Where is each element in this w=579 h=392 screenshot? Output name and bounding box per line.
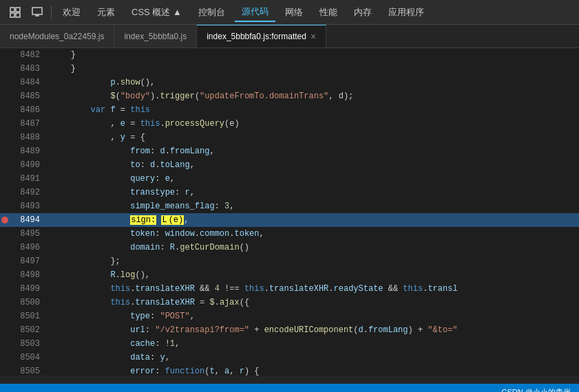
status-bar: CSDN @小小的青崖 bbox=[0, 384, 579, 392]
linenum-8487: 8487 bbox=[12, 117, 48, 131]
gutter-8483 bbox=[0, 62, 12, 76]
code-line-8494: 8494 sign: L(e), bbox=[0, 213, 579, 227]
tab-sources[interactable]: 源代码 bbox=[235, 3, 275, 22]
gutter-8487 bbox=[0, 117, 12, 131]
code-line-8497: 8497 }; bbox=[0, 254, 579, 268]
tab-index-formatted[interactable]: index_5bbbfa0.js:formatted × bbox=[197, 25, 326, 47]
gutter-8484 bbox=[0, 76, 12, 89]
linecontent-8495: token: window.common.token, bbox=[48, 227, 579, 241]
code-line-8500: 8500 this.translateXHR = $.ajax({ bbox=[0, 296, 579, 309]
linecontent-8494: sign: L(e), bbox=[48, 213, 579, 227]
linecontent-8501: type: "POST", bbox=[48, 309, 579, 323]
svg-rect-4 bbox=[32, 8, 42, 14]
linenum-8489: 8489 bbox=[12, 144, 48, 158]
toolbar: 欢迎 元素 CSS 概述 ▲ 控制台 源代码 网络 性能 内存 应用程序 bbox=[0, 0, 579, 25]
linenum-8496: 8496 bbox=[12, 241, 48, 254]
code-line-8488: 8488 , y = { bbox=[0, 131, 579, 144]
linecontent-8498: R.log(), bbox=[48, 268, 579, 282]
linenum-8485: 8485 bbox=[12, 89, 48, 103]
linenum-8503: 8503 bbox=[12, 337, 48, 351]
tab-index-min-label: index_5bbbfa0.js bbox=[124, 32, 187, 41]
gutter-8492 bbox=[0, 186, 12, 199]
tab-application[interactable]: 应用程序 bbox=[381, 3, 431, 22]
linenum-8483: 8483 bbox=[12, 62, 48, 76]
linecontent-8502: url: "/v2transapi?from=" + encodeURIComp… bbox=[48, 323, 579, 337]
svg-rect-3 bbox=[16, 13, 20, 17]
tab-nodemodules[interactable]: nodeModules_0a22459.js bbox=[0, 25, 114, 47]
gutter-8493 bbox=[0, 199, 12, 213]
gutter-8494 bbox=[0, 213, 12, 227]
linecontent-8483: } bbox=[48, 62, 579, 76]
gutter-8489 bbox=[0, 144, 12, 158]
code-line-8502: 8502 url: "/v2transapi?from=" + encodeUR… bbox=[0, 323, 579, 337]
code-line-8501: 8501 type: "POST", bbox=[0, 309, 579, 323]
svg-rect-2 bbox=[10, 13, 14, 17]
linecontent-8491: query: e, bbox=[48, 172, 579, 186]
code-line-8498: 8498 R.log(), bbox=[0, 268, 579, 282]
linecontent-8487: , e = this.processQuery(e) bbox=[48, 117, 579, 131]
code-line-8499: 8499 this.translateXHR && 4 !== this.tra… bbox=[0, 282, 579, 296]
code-line-8504: 8504 data: y, bbox=[0, 351, 579, 364]
gutter-8503 bbox=[0, 337, 12, 351]
gutter-8488 bbox=[0, 131, 12, 144]
tab-performance[interactable]: 性能 bbox=[313, 3, 344, 22]
linecontent-8488: , y = { bbox=[48, 131, 579, 144]
linenum-8499: 8499 bbox=[12, 282, 48, 296]
status-right: CSDN @小小的青崖 bbox=[502, 387, 571, 393]
linenum-8500: 8500 bbox=[12, 296, 48, 309]
linecontent-8504: data: y, bbox=[48, 351, 579, 364]
code-line-8489: 8489 from: d.fromLang, bbox=[0, 144, 579, 158]
linecontent-8496: domain: R.getCurDomain() bbox=[48, 241, 579, 254]
gutter-8499 bbox=[0, 282, 12, 296]
gutter-8486 bbox=[0, 103, 12, 117]
code-line-8484: 8484 p.show(), bbox=[0, 76, 579, 89]
linenum-8504: 8504 bbox=[12, 351, 48, 364]
linenum-8501: 8501 bbox=[12, 309, 48, 323]
tab-elements[interactable]: 元素 bbox=[90, 3, 122, 22]
code-line-8490: 8490 to: d.toLang, bbox=[0, 158, 579, 172]
linenum-8497: 8497 bbox=[12, 254, 48, 268]
linenum-8498: 8498 bbox=[12, 268, 48, 282]
breakpoint-icon-8494 bbox=[1, 217, 8, 224]
gutter-8502 bbox=[0, 323, 12, 337]
code-line-8496: 8496 domain: R.getCurDomain() bbox=[0, 241, 579, 254]
code-line-8482: 8482 } bbox=[0, 48, 579, 62]
linenum-8482: 8482 bbox=[12, 48, 48, 62]
code-line-8493: 8493 simple_means_flag: 3, bbox=[0, 199, 579, 213]
gutter-8482 bbox=[0, 48, 12, 62]
gutter-8495 bbox=[0, 227, 12, 241]
tab-welcome[interactable]: 欢迎 bbox=[56, 3, 87, 22]
tab-index-min[interactable]: index_5bbbfa0.js bbox=[114, 25, 197, 47]
linenum-8502: 8502 bbox=[12, 323, 48, 337]
code-line-8485: 8485 $("body").trigger("updateFromTo.dom… bbox=[0, 89, 579, 103]
gutter-8491 bbox=[0, 172, 12, 186]
tabs-bar: nodeModules_0a22459.js index_5bbbfa0.js … bbox=[0, 25, 579, 48]
cursor-tool-icon[interactable] bbox=[6, 3, 25, 22]
code-line-8492: 8492 transtype: r, bbox=[0, 186, 579, 199]
inspect-tool-icon[interactable] bbox=[28, 3, 47, 22]
tab-close-button[interactable]: × bbox=[310, 32, 316, 41]
tab-console[interactable]: 控制台 bbox=[191, 3, 232, 22]
horizontal-scrollbar[interactable] bbox=[0, 375, 579, 384]
linecontent-8497: }; bbox=[48, 254, 579, 268]
tab-network[interactable]: 网络 bbox=[278, 3, 310, 22]
code-line-8483: 8483 } bbox=[0, 62, 579, 76]
gutter-8497 bbox=[0, 254, 12, 268]
gutter-8490 bbox=[0, 158, 12, 172]
code-editor: 8482 } 8483 } 8484 p.show(), 8485 $("bod… bbox=[0, 48, 579, 375]
tab-css-overview[interactable]: CSS 概述 ▲ bbox=[125, 3, 189, 22]
linecontent-8485: $("body").trigger("updateFromTo.domainTr… bbox=[48, 89, 579, 103]
code-line-8487: 8487 , e = this.processQuery(e) bbox=[0, 117, 579, 131]
linecontent-8503: cache: !1, bbox=[48, 337, 579, 351]
linecontent-8492: transtype: r, bbox=[48, 186, 579, 199]
svg-rect-0 bbox=[10, 8, 14, 12]
code-line-8503: 8503 cache: !1, bbox=[0, 337, 579, 351]
code-line-8505: 8505 error: function(t, a, r) { bbox=[0, 364, 579, 375]
linecontent-8493: simple_means_flag: 3, bbox=[48, 199, 579, 213]
linenum-8488: 8488 bbox=[12, 131, 48, 144]
linenum-8492: 8492 bbox=[12, 186, 48, 199]
linenum-8484: 8484 bbox=[12, 76, 48, 89]
tab-memory[interactable]: 内存 bbox=[347, 3, 379, 22]
linecontent-8482: } bbox=[48, 48, 579, 62]
code-line-8491: 8491 query: e, bbox=[0, 172, 579, 186]
